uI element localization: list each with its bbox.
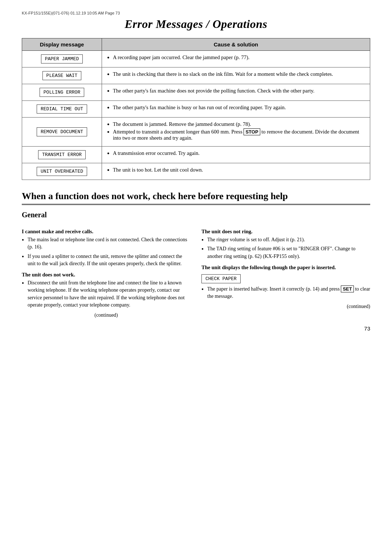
right-heading2: The unit displays the following though t… — [201, 264, 370, 271]
left-continued: (continued) — [22, 312, 191, 318]
cause-item: The unit is too hot. Let the unit cool d… — [107, 167, 365, 173]
col1-header: Display message — [22, 38, 102, 51]
left-bullets2: Disconnect the unit from the telephone l… — [22, 279, 191, 309]
table-row-display: UNIT OVERHEATED — [22, 163, 102, 180]
list-item: The TAD ring setting of feature #06 is s… — [201, 245, 370, 260]
table-row-cause: A recording paper jam occurred. Clear th… — [102, 51, 370, 67]
left-bullets1: The mains lead or telephone line cord is… — [22, 236, 191, 267]
list-item: The mains lead or telephone line cord is… — [22, 236, 191, 251]
subsection-title: General — [22, 211, 370, 219]
table-row-cause: The unit is too hot. Let the unit cool d… — [102, 163, 370, 180]
table-row-cause: The other party's fax machine is busy or… — [102, 101, 370, 118]
right-heading1: The unit does not ring. — [201, 229, 370, 235]
table-row-display: REDIAL TIME OUT — [22, 101, 102, 118]
table-row-cause: The other party's fax machine does not p… — [102, 84, 370, 101]
right-continued: (continued) — [201, 304, 370, 309]
list-item: The paper is inserted halfway. Insert it… — [201, 286, 370, 300]
list-item: If you used a splitter to connect the un… — [22, 253, 191, 268]
list-item: Disconnect the unit from the telephone l… — [22, 279, 191, 309]
table-row-display: POLLING ERROR — [22, 84, 102, 101]
table-row-cause: A transmission error occurred. Try again… — [102, 147, 370, 163]
cause-item: A transmission error occurred. Try again… — [107, 150, 365, 156]
error-table: Display message Cause & solution PAPER J… — [22, 38, 370, 180]
section2: When a function does not work, check her… — [22, 191, 370, 205]
table-row-display: PAPER JAMMED — [22, 51, 102, 67]
table-row-cause: The unit is checking that there is no sl… — [102, 67, 370, 84]
page-title: Error Messages / Operations — [22, 17, 370, 31]
cause-item: The other party's fax machine is busy or… — [107, 104, 365, 111]
page-number: 73 — [22, 325, 370, 332]
cause-item: Attempted to transmit a document longer … — [107, 129, 365, 141]
left-col: I cannot make and receive calls. The mai… — [22, 224, 191, 318]
list-item: The ringer volume is set to off. Adjust … — [201, 236, 370, 243]
table-row-cause: The document is jammed. Remove the jamme… — [102, 118, 370, 147]
right-bullets2: The paper is inserted halfway. Insert it… — [201, 286, 370, 300]
page-header-meta: KX-FP151/155E)(071-076) 01.12.19 10:05 A… — [22, 11, 370, 15]
section2-title: When a function does not work, check her… — [22, 191, 370, 205]
left-heading1: I cannot make and receive calls. — [22, 229, 191, 235]
table-row-display: TRANSMIT ERROR — [22, 147, 102, 163]
cause-item: The other party's fax machine does not p… — [107, 88, 365, 94]
right-col: The unit does not ring. The ringer volum… — [201, 224, 370, 318]
check-paper-box: CHECK PAPER — [201, 274, 241, 283]
col2-header: Cause & solution — [102, 38, 370, 51]
cause-item: The document is jammed. Remove the jamme… — [107, 121, 365, 127]
right-bullets1: The ringer volume is set to off. Adjust … — [201, 236, 370, 260]
two-col-layout: I cannot make and receive calls. The mai… — [22, 224, 370, 318]
table-row-display: REMOVE DOCUMENT — [22, 118, 102, 147]
left-heading2: The unit does not work. — [22, 272, 191, 278]
table-row-display: PLEASE WAIT — [22, 67, 102, 84]
cause-item: The unit is checking that there is no sl… — [107, 71, 365, 77]
cause-item: A recording paper jam occurred. Clear th… — [107, 54, 365, 61]
